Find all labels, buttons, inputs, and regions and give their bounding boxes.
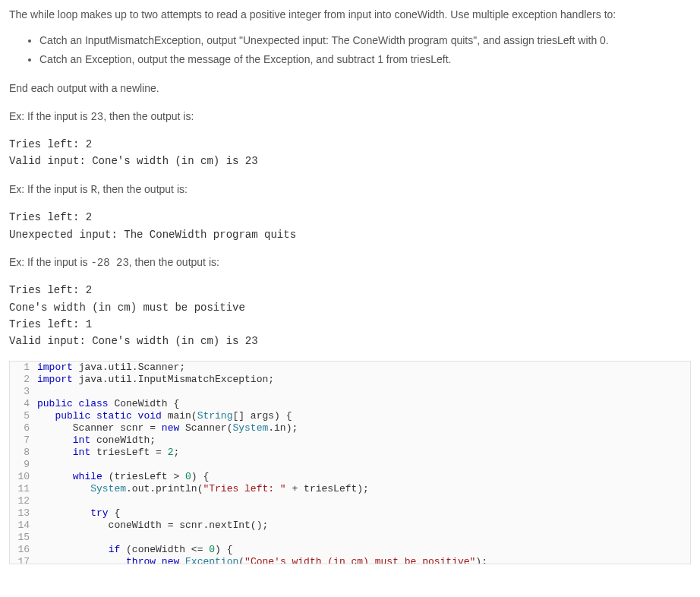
- code-line: 12: [10, 495, 690, 507]
- code-text: import java.util.Scanner;: [37, 362, 185, 374]
- bullet-item: Catch an InputMismatchException, output …: [39, 32, 691, 49]
- code-line: 6 Scanner scnr = new Scanner(System.in);: [10, 422, 690, 434]
- line-number: 11: [10, 483, 37, 495]
- line-number: 13: [10, 507, 37, 520]
- ex-label-part: , then the output is:: [129, 256, 219, 268]
- example-3-label: Ex: If the input is -28 23, then the out…: [9, 254, 691, 271]
- code-line: 3: [10, 386, 690, 398]
- code-text: int triesLeft = 2;: [37, 447, 179, 459]
- ex-label-part: Ex: If the input is: [9, 256, 90, 268]
- code-line: 1import java.util.Scanner;: [10, 362, 690, 374]
- line-number: 7: [10, 434, 37, 447]
- line-number: 12: [10, 495, 37, 507]
- code-line: 14 coneWidth = scnr.nextInt();: [10, 520, 690, 532]
- code-text: throw new Exception("Cone's width (in cm…: [37, 556, 487, 564]
- ex-label-part: Ex: If the input is: [9, 183, 90, 195]
- line-number: 15: [10, 532, 37, 544]
- ex-label-part: , then the output is:: [103, 110, 194, 122]
- line-number: 3: [10, 386, 37, 398]
- code-line: 16 if (coneWidth <= 0) {: [10, 544, 690, 556]
- problem-intro: The while loop makes up to two attempts …: [9, 6, 691, 23]
- line-number: 16: [10, 544, 37, 556]
- line-number: 4: [10, 398, 37, 410]
- code-editor[interactable]: 1import java.util.Scanner;2import java.u…: [9, 361, 691, 564]
- ex-label-part: , then the output is:: [97, 183, 188, 195]
- code-line: 13 try {: [10, 507, 690, 520]
- code-text: public class ConeWidth {: [37, 398, 179, 410]
- line-number: 5: [10, 410, 37, 422]
- example-2-label: Ex: If the input is R, then the output i…: [9, 181, 691, 198]
- code-line: 11 System.out.println("Tries left: " + t…: [10, 483, 690, 495]
- example-2-output: Tries left: 2 Unexpected input: The Cone…: [9, 209, 691, 243]
- line-number: 17: [10, 556, 37, 564]
- code-text: import java.util.InputMismatchException;: [37, 374, 274, 386]
- line-number: 2: [10, 374, 37, 386]
- code-text: int coneWidth;: [37, 434, 156, 447]
- code-scroll-area[interactable]: 1import java.util.Scanner;2import java.u…: [10, 362, 690, 564]
- line-number: 1: [10, 362, 37, 374]
- line-number: 8: [10, 447, 37, 459]
- bullet-item: Catch an Exception, output the message o…: [39, 51, 691, 68]
- code-text: if (coneWidth <= 0) {: [37, 544, 232, 556]
- line-number: 14: [10, 520, 37, 532]
- line-number: 6: [10, 422, 37, 434]
- code-line: 10 while (triesLeft > 0) {: [10, 471, 690, 483]
- code-line: 4public class ConeWidth {: [10, 398, 690, 410]
- problem-bullets: Catch an InputMismatchException, output …: [9, 32, 691, 68]
- code-line: 15: [10, 532, 690, 544]
- code-line: 8 int triesLeft = 2;: [10, 447, 690, 459]
- code-line: 9: [10, 459, 690, 471]
- ex-input: R: [90, 184, 96, 196]
- ex-input: 23: [90, 111, 103, 123]
- example-1-output: Tries left: 2 Valid input: Cone's width …: [9, 136, 691, 170]
- example-3-output: Tries left: 2 Cone's width (in cm) must …: [9, 282, 691, 350]
- code-text: coneWidth = scnr.nextInt();: [37, 520, 268, 532]
- code-text: public static void main(String[] args) {: [37, 410, 292, 422]
- example-1-label: Ex: If the input is 23, then the output …: [9, 108, 691, 125]
- code-text: System.out.println("Tries left: " + trie…: [37, 483, 369, 495]
- code-line: 5 public static void main(String[] args)…: [10, 410, 690, 422]
- line-number: 9: [10, 459, 37, 471]
- code-text: while (triesLeft > 0) {: [37, 471, 209, 483]
- end-note: End each output with a newline.: [9, 80, 691, 96]
- code-line: 2import java.util.InputMismatchException…: [10, 374, 690, 386]
- line-number: 10: [10, 471, 37, 483]
- code-text: Scanner scnr = new Scanner(System.in);: [37, 422, 298, 434]
- ex-input: -28 23: [90, 257, 128, 269]
- code-text: try {: [37, 507, 120, 520]
- code-line: 7 int coneWidth;: [10, 434, 690, 447]
- code-line: 17 throw new Exception("Cone's width (in…: [10, 556, 690, 564]
- ex-label-part: Ex: If the input is: [9, 110, 90, 122]
